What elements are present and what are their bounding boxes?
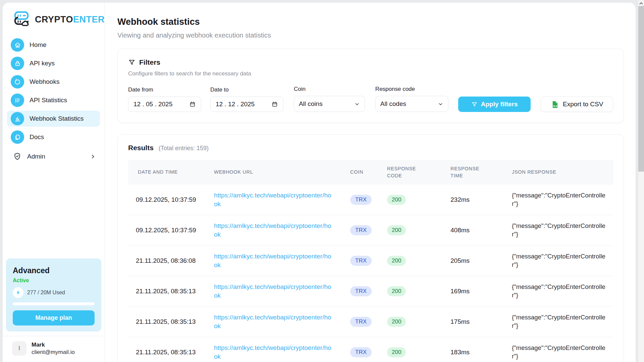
cell-response-time: 175ms [450,318,512,325]
undo-arrow-icon [11,75,24,88]
date-from-input[interactable]: 12 . 05 . 2025 [128,97,201,112]
table-row: 21.11.2025, 08:35:13 https://amlkyc.tech… [128,337,613,362]
date-to-input[interactable]: 12 . 12 . 2025 [210,97,283,112]
scrollbar-thumb[interactable] [638,6,644,172]
coin-badge: TRX [350,195,372,205]
response-code-label: Response code [375,86,448,93]
cell-datetime: 21.11.2025, 08:35:13 [128,318,214,325]
cell-response-time: 205ms [450,257,512,264]
column-header-date: DATE AND TIME [128,169,214,176]
table-row: 09.12.2025, 10:37:59 https://amlkyc.tech… [128,215,613,246]
date-from-label: Date from [128,86,201,93]
coin-select[interactable]: All coins [294,96,365,112]
sidebar-item-home[interactable]: Home [7,37,100,53]
column-header-coin: COIN [350,169,387,176]
chevron-down-icon [438,101,443,107]
cell-datetime: 21.11.2025, 08:36:08 [128,257,214,264]
coin-badge: TRX [350,347,372,357]
apply-filters-button[interactable]: Apply filters [458,97,531,112]
sidebar-item-label: Docs [30,133,44,141]
results-title: Results [128,144,154,152]
sidebar-item-docs[interactable]: Docs [7,129,100,145]
page-title: Webhook statistics [117,17,624,27]
lock-icon [11,57,24,70]
brand-name: CRYPTOENTER [35,14,105,25]
cell-json-response: {"message":"CryptoEnterController"} [512,313,608,330]
coin-select-value: All coins [299,100,323,108]
main-content: Webhook statistics Viewing and analyzing… [105,3,636,362]
cell-datetime: 21.11.2025, 08:35:13 [128,288,214,295]
cell-datetime: 21.11.2025, 08:35:13 [128,349,214,356]
webhook-url-link[interactable]: https://amlkyc.tech/webapi/cryptoenter/h… [214,283,334,300]
response-code-badge: 200 [387,195,406,205]
page-subtitle: Viewing and analyzing webhook execution … [117,32,624,39]
scroll-up-arrow-icon[interactable] [638,1,644,6]
response-code-select[interactable]: All codes [375,96,448,112]
sidebar-item-label: Webhooks [30,78,59,85]
sidebar-item-admin[interactable]: Admin [13,152,96,161]
cell-datetime: 09.12.2025, 10:37:59 [128,196,214,203]
user-name: Mark [32,341,75,349]
cell-datetime: 09.12.2025, 10:37:59 [128,227,214,234]
table-body: 09.12.2025, 10:37:59 https://amlkyc.tech… [128,185,613,362]
response-code-badge: 200 [387,286,406,296]
plan-panel: Advanced Active 277 / 20M Used Manage pl… [6,258,101,331]
response-code-badge: 200 [387,225,406,235]
home-icon [11,38,24,52]
webhook-url-link[interactable]: https://amlkyc.tech/webapi/cryptoenter/h… [214,191,334,208]
lightning-icon [13,287,23,298]
docs-icon [11,130,24,144]
sidebar-item-label: API keys [30,60,55,67]
sidebar-item-webhook-statistics[interactable]: Webhook Statistics [7,111,100,127]
shield-check-icon [13,152,21,161]
user-profile[interactable]: I Mark client@mymail.io [3,336,104,362]
brand-logo[interactable]: CRYPTOENTER [3,3,104,29]
table-header-row: DATE AND TIME WEBHOOK URL COIN RESPONSE … [128,160,613,185]
cell-response-time: 408ms [450,227,512,234]
xls-file-icon: XLS [551,100,559,109]
scrollbar[interactable] [638,0,644,362]
sidebar-item-webhooks[interactable]: Webhooks [7,74,100,90]
coin-badge: TRX [350,317,372,327]
sidebar-item-api-keys[interactable]: API keys [7,55,100,71]
plan-status-badge: Active [13,278,95,284]
coin-badge: TRX [350,286,372,296]
sidebar-nav: Home API keys Webhooks API Statistics [3,37,104,147]
table-row: 09.12.2025, 10:37:59 https://amlkyc.tech… [128,185,613,215]
webhook-url-link[interactable]: https://amlkyc.tech/webapi/cryptoenter/h… [214,344,334,361]
date-from-value: 12 . 05 . 2025 [133,101,172,108]
sidebar-item-api-statistics[interactable]: API Statistics [7,92,100,108]
response-code-badge: 200 [387,256,406,266]
calendar-icon[interactable] [189,101,196,108]
column-header-url: WEBHOOK URL [214,169,350,176]
chevron-down-icon [354,101,360,107]
cell-response-time: 183ms [450,349,512,356]
calendar-icon[interactable] [271,101,278,108]
avatar: I [12,341,26,356]
plan-usage-text: 277 / 20M Used [27,290,65,296]
webhook-url-link[interactable]: https://amlkyc.tech/webapi/cryptoenter/h… [214,222,334,239]
app-panel: CRYPTOENTER Home API keys Webhooks [3,3,636,362]
response-code-badge: 200 [387,317,406,327]
bar-chart-icon [11,112,24,125]
manage-plan-button[interactable]: Manage plan [13,310,95,325]
table-row: 21.11.2025, 08:35:13 https://amlkyc.tech… [128,307,613,337]
response-code-select-value: All codes [380,100,406,108]
cell-json-response: {"message":"CryptoEnterController"} [512,222,608,239]
svg-text:XLS: XLS [553,105,557,107]
export-csv-button[interactable]: XLS Export to CSV [541,97,613,112]
user-email: client@mymail.io [32,349,75,356]
webhook-url-link[interactable]: https://amlkyc.tech/webapi/cryptoenter/h… [214,313,334,330]
table-row: 21.11.2025, 08:35:13 https://amlkyc.tech… [128,276,613,307]
export-csv-label: Export to CSV [563,101,603,108]
results-table: DATE AND TIME WEBHOOK URL COIN RESPONSE … [128,160,613,362]
cell-json-response: {"message":"CryptoEnterController"} [512,344,608,361]
webhook-url-link[interactable]: https://amlkyc.tech/webapi/cryptoenter/h… [214,252,334,269]
column-header-json: JSON RESPONSE [512,169,614,176]
sidebar-item-label: Webhook Statistics [30,115,84,122]
table-row: 21.11.2025, 08:36:08 https://amlkyc.tech… [128,246,613,276]
chevron-right-icon [90,153,96,160]
plan-name: Advanced [13,266,95,275]
date-to-value: 12 . 12 . 2025 [216,101,255,108]
response-code-badge: 200 [387,347,406,357]
